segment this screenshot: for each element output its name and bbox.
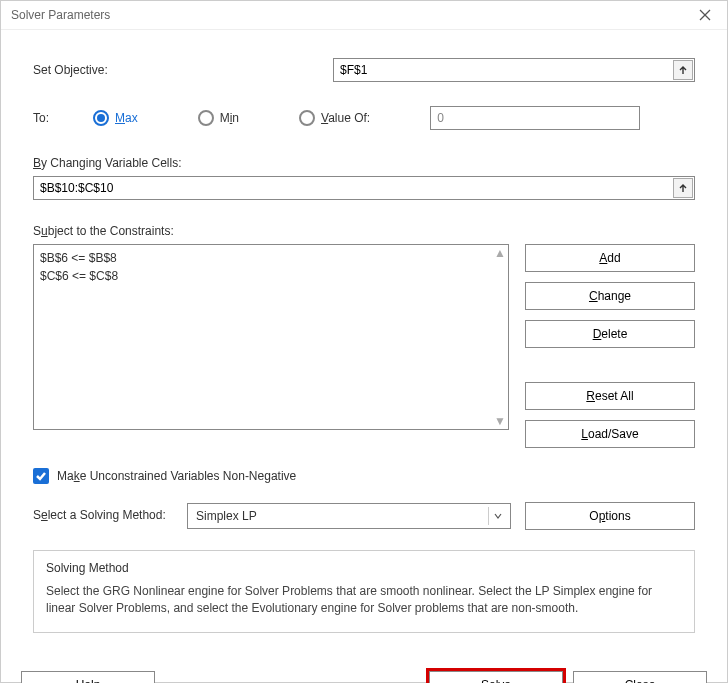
method-row: Select a Solving Method: Simplex LP Opti… bbox=[33, 502, 695, 530]
valueof-input[interactable] bbox=[430, 106, 640, 130]
window-title: Solver Parameters bbox=[11, 8, 110, 22]
nonneg-label: Make Unconstrained Variables Non-Negativ… bbox=[57, 469, 296, 483]
constraint-item[interactable]: $B$6 <= $B$8 bbox=[40, 249, 502, 267]
nonneg-row[interactable]: Make Unconstrained Variables Non-Negativ… bbox=[33, 468, 695, 484]
solving-method-description: Solving Method Select the GRG Nonlinear … bbox=[33, 550, 695, 633]
changing-cells-label: By Changing Variable Cells: bbox=[33, 156, 695, 170]
desc-text: Select the GRG Nonlinear engine for Solv… bbox=[46, 583, 682, 618]
radio-icon bbox=[198, 110, 214, 126]
to-label: To: bbox=[33, 111, 93, 125]
chevron-down-icon bbox=[488, 507, 506, 525]
change-button[interactable]: Change bbox=[525, 282, 695, 310]
constraints-listbox[interactable]: $B$6 <= $B$8$C$6 <= $C$8 ▲ ▼ bbox=[33, 244, 509, 430]
dialog-content: Set Objective: To: Max Min bbox=[1, 30, 727, 671]
radio-max[interactable]: Max bbox=[93, 110, 138, 126]
changing-cells-input[interactable] bbox=[33, 176, 695, 200]
solving-method-select[interactable]: Simplex LP bbox=[187, 503, 511, 529]
solver-parameters-dialog: Solver Parameters Set Objective: To: bbox=[0, 0, 728, 683]
close-button[interactable]: Close bbox=[573, 671, 707, 683]
delete-button[interactable]: Delete bbox=[525, 320, 695, 348]
to-row: To: Max Min Value Of: bbox=[33, 106, 695, 130]
radio-valueof[interactable]: Value Of: bbox=[299, 110, 370, 126]
radio-min[interactable]: Min bbox=[198, 110, 239, 126]
to-radio-group: Max Min Value Of: bbox=[93, 110, 370, 126]
dialog-footer: Help Solve Close bbox=[1, 671, 727, 683]
radio-min-label: Min bbox=[220, 111, 239, 125]
radio-icon bbox=[299, 110, 315, 126]
constraint-buttons: Add Change Delete Reset All Load/Save bbox=[525, 244, 695, 448]
radio-icon bbox=[93, 110, 109, 126]
titlebar: Solver Parameters bbox=[1, 1, 727, 30]
constraints-label: Subject to the Constraints: bbox=[33, 224, 695, 238]
method-label: Select a Solving Method: bbox=[33, 508, 173, 524]
scroll-up-icon[interactable]: ▲ bbox=[493, 246, 507, 260]
close-icon[interactable] bbox=[691, 1, 719, 29]
options-button[interactable]: Options bbox=[525, 502, 695, 530]
checkbox-checked-icon bbox=[33, 468, 49, 484]
desc-title: Solving Method bbox=[46, 561, 682, 575]
load-save-button[interactable]: Load/Save bbox=[525, 420, 695, 448]
set-objective-input[interactable] bbox=[333, 58, 695, 82]
set-objective-label: Set Objective: bbox=[33, 63, 153, 77]
solve-button[interactable]: Solve bbox=[429, 671, 563, 683]
set-objective-row: Set Objective: bbox=[33, 58, 695, 82]
collapse-dialog-icon[interactable] bbox=[673, 60, 693, 80]
radio-max-label: Max bbox=[115, 111, 138, 125]
help-button[interactable]: Help bbox=[21, 671, 155, 683]
constraints-area: $B$6 <= $B$8$C$6 <= $C$8 ▲ ▼ Add Change … bbox=[33, 244, 695, 448]
collapse-dialog-icon[interactable] bbox=[673, 178, 693, 198]
constraint-item[interactable]: $C$6 <= $C$8 bbox=[40, 267, 502, 285]
solving-method-value: Simplex LP bbox=[196, 509, 257, 523]
radio-valueof-label: Value Of: bbox=[321, 111, 370, 125]
reset-all-button[interactable]: Reset All bbox=[525, 382, 695, 410]
add-button[interactable]: Add bbox=[525, 244, 695, 272]
scroll-down-icon[interactable]: ▼ bbox=[493, 414, 507, 428]
